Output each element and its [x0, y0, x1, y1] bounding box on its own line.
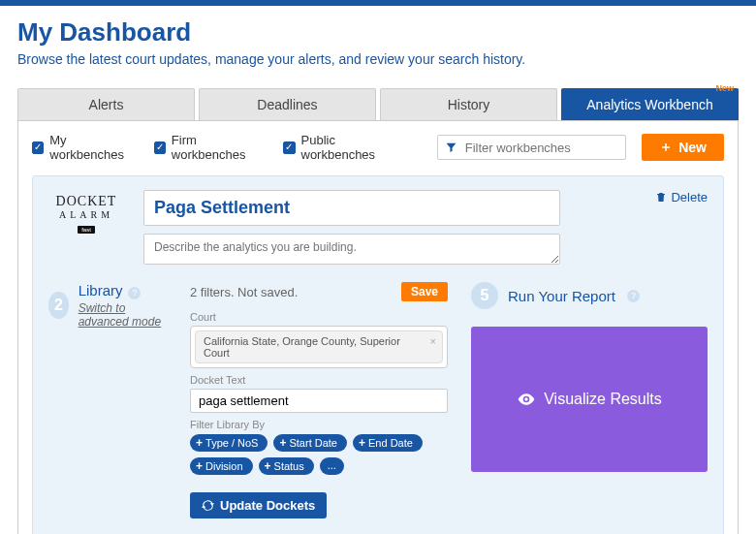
chip-start-date[interactable]: +Start Date [273, 434, 347, 452]
help-icon[interactable]: ? [128, 287, 141, 299]
step-2-circle: 2 [48, 292, 69, 319]
workbench-title-input[interactable] [143, 190, 560, 226]
docket-alarm-logo: DOCKET ALARM fast [48, 190, 124, 235]
plus-icon: + [359, 436, 365, 450]
filters-status: 2 filters. Not saved. [190, 285, 298, 299]
page-subtitle: Browse the latest court updates, manage … [17, 51, 739, 67]
plus-icon: ＋ [659, 139, 673, 156]
chip-end-date[interactable]: +End Date [353, 434, 423, 452]
visualize-results-button[interactable]: Visualize Results [471, 327, 708, 472]
court-select[interactable]: California State, Orange County, Superio… [190, 326, 448, 368]
court-tag: California State, Orange County, Superio… [195, 330, 443, 363]
workbench-description-input[interactable] [143, 234, 560, 265]
button-label: New [678, 140, 707, 155]
plus-icon: + [196, 436, 203, 450]
remove-court-icon[interactable]: × [430, 335, 436, 347]
step-2-title: Library [79, 282, 123, 298]
tab-label: Analytics Workbench [586, 97, 712, 112]
plus-icon: + [279, 436, 286, 450]
page-title: My Dashboard [17, 17, 739, 47]
filter-workbenches-input[interactable] [437, 135, 626, 160]
check-icon [154, 141, 166, 154]
plus-icon: + [196, 459, 203, 473]
button-label: Update Dockets [220, 498, 315, 513]
step-5-title: Run Your Report [508, 288, 615, 304]
update-dockets-button[interactable]: Update Dockets [190, 492, 327, 518]
panel: My workbenches Firm workbenches Public w… [17, 121, 739, 534]
save-filters-button[interactable]: Save [401, 282, 448, 301]
chip-division[interactable]: +Division [190, 457, 253, 475]
tab-alerts[interactable]: Alerts [17, 88, 195, 120]
checkbox-label: My workbenches [49, 133, 138, 162]
step-5-circle: 5 [471, 282, 498, 309]
new-workbench-button[interactable]: ＋ New [642, 134, 724, 161]
eye-icon [517, 390, 536, 409]
trash-icon [655, 191, 667, 204]
checkbox-label: Firm workbenches [172, 133, 268, 162]
tab-deadlines[interactable]: Deadlines [199, 88, 376, 120]
check-icon [32, 141, 44, 154]
switch-advanced-link[interactable]: Switch to advanced mode [79, 301, 176, 329]
toolbar: My workbenches Firm workbenches Public w… [32, 133, 724, 162]
checkbox-firm-workbenches[interactable]: Firm workbenches [154, 133, 268, 162]
tab-analytics-workbench[interactable]: Analytics Workbench New [561, 88, 739, 120]
filter-by-label: Filter Library By [190, 419, 448, 430]
court-label: Court [190, 311, 448, 323]
funnel-icon [445, 141, 457, 154]
docket-text-input[interactable] [190, 389, 448, 413]
chip-status[interactable]: +Status [259, 457, 314, 475]
delete-label: Delete [671, 190, 708, 204]
viz-label: Visualize Results [544, 391, 662, 408]
refresh-icon [202, 499, 214, 512]
checkbox-my-workbenches[interactable]: My workbenches [32, 133, 139, 162]
plus-icon: + [265, 459, 271, 473]
help-icon[interactable]: ? [627, 290, 640, 302]
court-tag-text: California State, Orange County, Superio… [204, 335, 400, 359]
new-badge: New [715, 83, 734, 93]
chip-more[interactable]: ... [320, 457, 344, 475]
check-icon [283, 141, 295, 154]
checkbox-public-workbenches[interactable]: Public workbenches [283, 133, 406, 162]
workbench-card: DOCKET ALARM fast Delete 2 [32, 175, 724, 534]
delete-workbench-link[interactable]: Delete [655, 190, 708, 204]
checkbox-label: Public workbenches [301, 133, 406, 162]
chip-type[interactable]: +Type / NoS [190, 434, 268, 452]
docket-text-label: Docket Text [190, 374, 448, 386]
tab-bar: Alerts Deadlines History Analytics Workb… [17, 88, 739, 121]
logo-tag: fast [78, 226, 95, 234]
tab-history[interactable]: History [380, 88, 557, 120]
